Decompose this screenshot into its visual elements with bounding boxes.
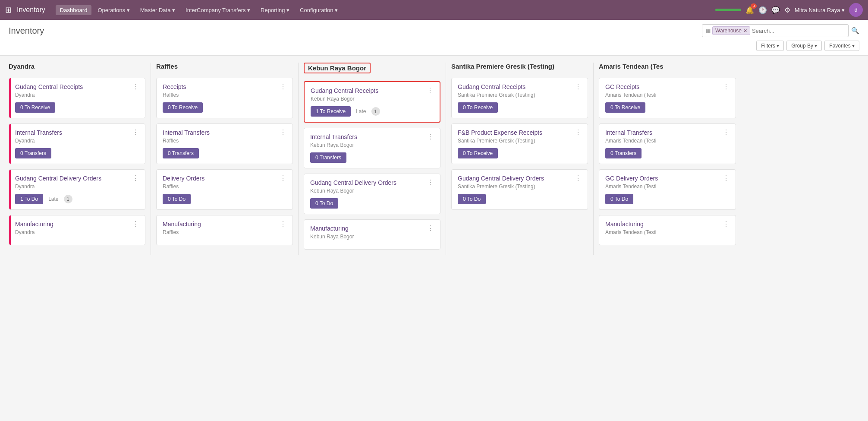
op-card-title[interactable]: Gudang Central Receipts [311,87,378,94]
op-card-actions: 0 To Receive [605,102,730,113]
search-tag-label: Warehouse [715,28,742,34]
navbar-menu-item-dashboard[interactable]: Dashboard [56,5,92,15]
op-card-title[interactable]: Manufacturing [15,221,53,228]
op-action-button[interactable]: 0 To Receive [458,148,498,158]
search-tag-remove[interactable]: ✕ [743,28,747,34]
navbar-menu-item-configuration--[interactable]: Configuration ▾ [296,5,342,15]
op-card-title[interactable]: GC Receipts [605,83,639,90]
user-avatar[interactable]: d [849,3,863,17]
favorites-button[interactable]: Favorites ▾ [824,41,859,51]
op-card-menu-icon[interactable]: ⋮ [132,83,139,90]
grid-icon[interactable]: ⊞ [5,5,12,15]
op-card-title[interactable]: Manufacturing [310,225,349,232]
chat-icon[interactable]: 💬 [771,6,780,14]
op-card-header: Gudang Central Receipts⋮ [458,83,582,90]
accent-bar [9,78,11,118]
op-card-menu-icon[interactable]: ⋮ [723,83,730,90]
company-selector[interactable]: Mitra Natura Raya ▾ [795,7,845,13]
notification-bell-wrapper: 🔔 9 [745,6,754,14]
op-action-button[interactable]: 0 To Receive [15,102,55,113]
op-card-menu-icon[interactable]: ⋮ [280,83,286,90]
op-card-title[interactable]: Gudang Central Receipts [458,83,525,90]
op-card-menu-icon[interactable]: ⋮ [427,133,434,140]
op-card-title[interactable]: Delivery Orders [163,175,204,182]
op-card-kebun-raya-bogor-3: Manufacturing⋮Kebun Raya Bogor [304,219,440,250]
search-input[interactable] [752,28,845,34]
op-card-amaris-tendean-1: Internal Transfers⋮Amaris Tendean (Testi… [599,123,736,164]
op-action-button[interactable]: 0 Transfers [605,148,642,158]
warehouse-column-dyandra: DyandraGudang Central Receipts⋮Dyandra0 … [9,63,151,255]
op-action-button[interactable]: 0 To Receive [458,102,498,113]
op-card-title[interactable]: Gudang Central Delivery Orders [15,175,101,182]
op-action-button[interactable]: 0 To Receive [605,102,645,113]
op-card-santika-premiere-gresik-0: Gudang Central Receipts⋮Santika Premiere… [451,78,588,118]
op-card-title[interactable]: Internal Transfers [163,129,210,136]
op-card-kebun-raya-bogor-1: Internal Transfers⋮Kebun Raya Bogor0 Tra… [304,128,440,168]
op-card-menu-icon[interactable]: ⋮ [427,225,434,232]
op-card-subtitle: Raffles [163,229,286,235]
op-card-title[interactable]: Manufacturing [605,221,644,228]
op-card-title[interactable]: Receipts [163,83,186,90]
op-card-menu-icon[interactable]: ⋮ [280,221,286,228]
navbar-menu-item-intercompany-transfers--[interactable]: InterCompany Transfers ▾ [181,5,255,15]
op-card-actions: 0 Transfers [310,152,434,163]
op-action-button[interactable]: 1 To Do [15,194,43,204]
op-action-button[interactable]: 0 To Receive [163,102,203,113]
op-card-title[interactable]: Internal Transfers [605,129,652,136]
op-card-subtitle: Amaris Tendean (Testi [605,184,730,190]
op-card-header: Gudang Central Delivery Orders⋮ [458,175,582,182]
warehouse-column-kebun-raya-bogor: Kebun Raya BogorGudang Central Receipts⋮… [304,63,446,255]
group-by-button[interactable]: Group By ▾ [786,41,822,51]
op-action-button[interactable]: 0 To Do [458,194,486,204]
op-card-menu-icon[interactable]: ⋮ [575,83,582,90]
op-card-menu-icon[interactable]: ⋮ [280,175,286,182]
op-card-menu-icon[interactable]: ⋮ [427,87,434,94]
op-card-menu-icon[interactable]: ⋮ [723,175,730,182]
column-header-santika-premiere-gresik: Santika Premiere Gresik (Testing) [451,63,588,72]
op-card-title[interactable]: F&B Product Expense Receipts [458,129,542,136]
op-card-menu-icon[interactable]: ⋮ [575,129,582,136]
search-box[interactable]: ▦ Warehouse ✕ [702,24,849,37]
op-card-menu-icon[interactable]: ⋮ [132,175,139,182]
op-card-menu-icon[interactable]: ⋮ [427,179,434,186]
op-card-title[interactable]: Gudang Central Delivery Orders [458,175,544,182]
navbar-menu-item-operations--[interactable]: Operations ▾ [93,5,134,15]
op-action-button[interactable]: 0 To Do [163,194,191,204]
op-card-actions: 0 To Receive [163,102,286,113]
op-card-title[interactable]: GC Delivery Orders [605,175,658,182]
op-card-kebun-raya-bogor-0: Gudang Central Receipts⋮Kebun Raya Bogor… [304,81,440,123]
op-card-menu-icon[interactable]: ⋮ [723,221,730,228]
op-card-menu-icon[interactable]: ⋮ [280,129,286,136]
clock-icon[interactable]: 🕐 [758,6,767,14]
op-card-title[interactable]: Gudang Central Receipts [15,83,83,90]
op-card-menu-icon[interactable]: ⋮ [132,221,139,228]
op-card-title[interactable]: Gudang Central Delivery Orders [310,179,396,186]
op-card-header: GC Receipts⋮ [605,83,730,90]
op-card-title[interactable]: Manufacturing [163,221,201,228]
op-action-button[interactable]: 1 To Receive [311,106,351,117]
op-card-subtitle: Santika Premiere Gresik (Testing) [458,138,582,144]
op-card-header: Gudang Central Delivery Orders⋮ [310,179,434,186]
op-card-title[interactable]: Internal Transfers [15,129,62,136]
op-card-header: Manufacturing⋮ [163,221,286,228]
navbar-menu-item-master-data--[interactable]: Master Data ▾ [136,5,179,15]
filters-button[interactable]: Filters ▾ [756,41,784,51]
settings-icon[interactable]: ⚙ [784,6,790,14]
op-action-button[interactable]: 0 To Do [605,194,633,204]
op-action-button[interactable]: 0 Transfers [15,148,51,158]
op-card-title[interactable]: Internal Transfers [310,133,357,140]
op-card-menu-icon[interactable]: ⋮ [132,129,139,136]
navbar-menu-item-reporting--[interactable]: Reporting ▾ [256,5,294,15]
op-card-header: Internal Transfers⋮ [310,133,434,140]
op-card-raffles-0: Receipts⋮Raffles0 To Receive [156,78,293,118]
op-action-button[interactable]: 0 Transfers [310,152,346,163]
op-card-dyandra-3: Manufacturing⋮Dyandra [9,215,145,245]
op-card-menu-icon[interactable]: ⋮ [723,129,730,136]
op-card-actions: 0 To Do [310,198,434,209]
search-submit-icon[interactable]: 🔍 [851,27,859,35]
op-card-santika-premiere-gresik-2: Gudang Central Delivery Orders⋮Santika P… [451,169,588,210]
op-card-menu-icon[interactable]: ⋮ [575,175,582,182]
op-action-button[interactable]: 0 To Do [310,198,338,209]
column-header-dyandra: Dyandra [9,63,145,72]
op-action-button[interactable]: 0 Transfers [163,148,199,158]
